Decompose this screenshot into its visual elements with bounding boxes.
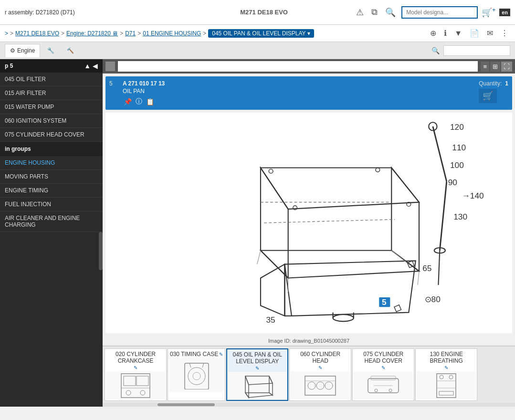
svg-point-11 xyxy=(376,168,380,172)
thumb-link-icon-6[interactable]: ✎ xyxy=(444,365,448,370)
part-search-checkbox[interactable] xyxy=(105,62,115,71)
sidebar-sub-moving-parts[interactable]: MOVING PARTS xyxy=(0,170,103,184)
svg-text:35: 35 xyxy=(266,315,275,325)
image-id-bar: Image ID: drawing_B01045000287 xyxy=(103,336,515,346)
qty-label: Quantity: 1 xyxy=(479,80,508,87)
sidebar-section-title: in groups xyxy=(0,142,103,156)
filter-btn[interactable]: ▼ xyxy=(452,28,464,39)
sidebar-scrollbar[interactable] xyxy=(99,232,103,270)
part-sheet-btn[interactable]: 📋 xyxy=(145,97,155,106)
thumbnail-bar: 020 CYLINDER CRANKCASE ✎ xyxy=(103,346,515,403)
breadcrumb-d71[interactable]: D71 xyxy=(125,30,136,37)
zoom-in-btn[interactable]: ⊕ xyxy=(428,28,438,39)
svg-marker-56 xyxy=(269,376,273,395)
more-btn[interactable]: ⋮ xyxy=(499,28,510,39)
svg-line-38 xyxy=(257,251,261,264)
thumb-cylinder-head-cover[interactable]: 075 CYLINDER HEAD COVER ✎ xyxy=(352,348,414,401)
sidebar-sub-engine-timing[interactable]: ENGINE TIMING xyxy=(0,184,103,198)
svg-marker-4 xyxy=(284,261,415,316)
lang-badge: en xyxy=(499,9,510,16)
part-name: OIL PAN xyxy=(123,88,475,94)
info-btn[interactable]: ℹ xyxy=(442,28,449,39)
breadcrumb-m271[interactable]: M271 DE18 EVO xyxy=(15,30,59,37)
breadcrumb-current[interactable]: 045 OIL PAN & OIL LEVEL DISPLAY ▾ xyxy=(208,29,314,38)
svg-rect-58 xyxy=(305,376,336,395)
thumb-link-icon-3[interactable]: ✎ xyxy=(255,366,259,371)
svg-text:65: 65 xyxy=(422,263,431,273)
part-info-btn[interactable]: ⓘ xyxy=(135,97,143,106)
content-area: ≡ ⊞ ⛶ 5 A 271 010 17 13 OIL PAN 📌 ⓘ 📋 xyxy=(103,59,515,407)
breadcrumb-home[interactable]: > xyxy=(5,30,8,37)
part-code: A 271 010 17 13 xyxy=(123,80,475,87)
scroll-indicator[interactable] xyxy=(103,403,515,407)
breadcrumb-engine[interactable]: Engine: D271820 🖥 xyxy=(66,30,118,37)
sidebar-collapse-btn[interactable]: ▲ xyxy=(84,62,91,70)
svg-text:90: 90 xyxy=(448,178,457,187)
part-search-input[interactable] xyxy=(118,61,478,72)
search-icon-btn[interactable]: 🔍 xyxy=(383,5,398,20)
tab-search: 🔍 xyxy=(430,45,510,56)
sidebar-back-btn[interactable]: ◀ xyxy=(93,62,98,70)
sidebar-sub-fuel-injection[interactable]: FUEL INJECTION xyxy=(0,198,103,211)
svg-line-9 xyxy=(264,220,395,223)
svg-marker-42 xyxy=(394,305,401,312)
thumb-link-icon-5[interactable]: ✎ xyxy=(381,365,385,370)
sidebar-item-cylinder-cover[interactable]: 075 CYLINDER HEAD COVER xyxy=(0,128,103,142)
sidebar-title: p 5 xyxy=(5,63,13,69)
tab-engine[interactable]: ⚙ Engine xyxy=(5,44,40,57)
thumb-link-icon-4[interactable]: ✎ xyxy=(318,365,322,370)
thumb-oil-pan[interactable]: 045 OIL PAN & OIL LEVEL DISPLAY ✎ xyxy=(226,348,288,401)
svg-point-10 xyxy=(269,169,273,173)
part-search-row: ≡ ⊞ ⛶ xyxy=(103,59,515,74)
svg-line-40 xyxy=(418,271,419,285)
tab-bar: ⚙ Engine 🔧 🔨 🔍 xyxy=(0,42,515,59)
thumb-link-icon-1[interactable]: ✎ xyxy=(134,365,137,370)
svg-line-18 xyxy=(440,181,446,250)
thumb-link-icon-2[interactable]: ✎ xyxy=(219,352,223,357)
part-row: 5 A 271 010 17 13 OIL PAN 📌 ⓘ 📋 Quantity… xyxy=(105,76,512,110)
tab-tool[interactable]: 🔨 xyxy=(62,44,79,57)
model-search-input[interactable] xyxy=(401,6,478,19)
svg-point-47 xyxy=(126,390,131,395)
svg-marker-57 xyxy=(245,393,273,398)
sidebar-item-oil-filter[interactable]: 045 OIL FILTER xyxy=(0,73,103,86)
grid-view-btn[interactable]: ⊞ xyxy=(490,62,500,72)
sidebar-sub-engine-housing[interactable]: ENGINE HOUSING xyxy=(0,156,103,170)
mail-btn[interactable]: ✉ xyxy=(485,28,495,39)
thumb-img-4 xyxy=(291,371,350,399)
svg-point-59 xyxy=(308,382,315,389)
sidebar-item-water-pump[interactable]: 015 WATER PUMP xyxy=(0,100,103,114)
tab-wrench[interactable]: 🔧 xyxy=(42,44,60,57)
sidebar: p 5 ▲ ◀ 045 OIL FILTER 015 AIR FILTER 01… xyxy=(0,59,103,407)
add-to-cart-btn[interactable]: 🛒 xyxy=(479,89,497,103)
svg-line-53 xyxy=(202,363,204,368)
fullscreen-view-btn[interactable]: ⛶ xyxy=(501,62,512,72)
tab-search-icon[interactable]: 🔍 xyxy=(430,45,441,56)
thumb-engine-breathing[interactable]: 130 ENGINE BREATHING ✎ xyxy=(415,348,477,401)
sidebar-scroll-area xyxy=(0,232,103,242)
copy-icon-btn[interactable]: ⧉ xyxy=(369,5,379,19)
parts-drawing: 120 110 100 90 →140 130 65 35 23 20 ⊙80 … xyxy=(105,113,512,333)
main-layout: p 5 ▲ ◀ 045 OIL FILTER 015 AIR FILTER 01… xyxy=(0,59,515,407)
svg-point-61 xyxy=(325,382,333,389)
breadcrumb-engine-housing[interactable]: 01 ENGINE HOUSING xyxy=(143,30,201,37)
svg-point-51 xyxy=(193,372,200,380)
part-pin-btn[interactable]: 📌 xyxy=(123,97,133,106)
sidebar-item-air-filter[interactable]: 015 AIR FILTER xyxy=(0,86,103,100)
sidebar-item-ignition[interactable]: 060 IGNITION SYSTEM xyxy=(0,114,103,128)
sidebar-sub-air-cleaner[interactable]: AIR CLEANER AND ENGINE CHARGING xyxy=(0,211,103,232)
sidebar-header-icons: ▲ ◀ xyxy=(84,62,98,70)
thumb-cylinder-head[interactable]: 060 CYLINDER HEAD ✎ xyxy=(289,348,351,401)
warning-icon-btn[interactable]: ⚠ xyxy=(354,5,366,20)
view-toggle-btns: ≡ ⊞ ⛶ xyxy=(481,62,512,72)
qty-value: 1 xyxy=(505,80,508,87)
tab-engine-label: Engine xyxy=(17,47,35,54)
svg-rect-44 xyxy=(124,376,136,386)
thumb-cylinder-crankcase[interactable]: 020 CYLINDER CRANKCASE ✎ xyxy=(105,348,167,401)
tab-search-input[interactable] xyxy=(443,45,510,56)
doc-btn[interactable]: 📄 xyxy=(468,28,481,39)
cart-button[interactable]: 🛒+ xyxy=(482,7,495,18)
list-view-btn[interactable]: ≡ xyxy=(481,62,489,72)
thumb-timing-case[interactable]: 030 TIMING CASE ✎ xyxy=(168,348,225,401)
svg-text:110: 110 xyxy=(452,143,466,152)
